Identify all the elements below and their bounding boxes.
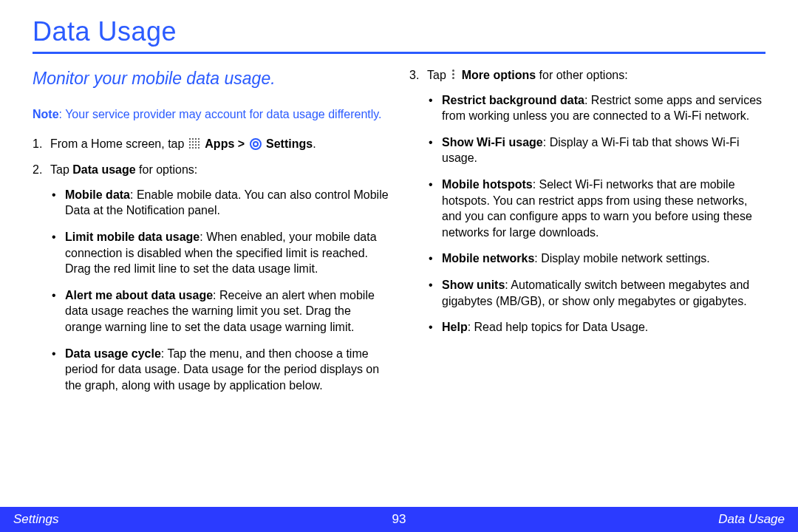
list-item: Data usage cycle: Tap the menu, and then… — [50, 346, 389, 394]
list-item: Show units: Automatically switch between… — [427, 277, 765, 309]
bullet-bold: Show units — [442, 279, 505, 291]
step-3-pre: Tap — [427, 69, 449, 81]
content-columns: Monitor your mobile data usage. Note: Yo… — [33, 67, 765, 403]
step-3: 3. Tap More options for other options: R… — [409, 67, 765, 335]
footer: Settings 93 Data Usage — [0, 507, 798, 532]
page: Data Usage Monitor your mobile data usag… — [0, 0, 798, 532]
step-2-pre: Tap — [50, 163, 72, 176]
apps-icon — [189, 138, 200, 149]
step-3-bold: More options — [462, 69, 536, 81]
title-divider — [33, 52, 765, 54]
note-text: : Your service provider may account for … — [59, 108, 382, 120]
step-2: 2. Tap Data usage for options: Mobile da… — [33, 162, 389, 393]
list-item: Mobile hotspots: Select Wi-Fi networks t… — [427, 177, 765, 240]
list-item: Mobile data: Enable mobile data. You can… — [50, 187, 389, 219]
footer-left: Settings — [13, 512, 58, 527]
column-right: 3. Tap More options for other options: R… — [409, 67, 765, 403]
steps-left: 1. From a Home screen, tap Apps > Settin… — [33, 136, 389, 394]
step-2-bold: Data usage — [72, 163, 135, 176]
footer-page-number: 93 — [392, 512, 406, 527]
step-3-bullets: Restrict background data: Restrict some … — [427, 92, 765, 335]
step-1: 1. From a Home screen, tap Apps > Settin… — [33, 136, 389, 152]
steps-right: 3. Tap More options for other options: R… — [409, 67, 765, 335]
step-1-post: . — [313, 137, 316, 150]
more-options-icon — [451, 69, 457, 81]
bullet-bold: Limit mobile data usage — [65, 231, 200, 243]
step-2-post: for options: — [136, 163, 198, 176]
bullet-bold: Help — [442, 321, 468, 333]
step-2-number: 2. — [33, 162, 42, 178]
settings-icon — [250, 138, 262, 150]
footer-right: Data Usage — [718, 512, 785, 527]
list-item: Alert me about data usage: Receive an al… — [50, 287, 389, 335]
bullet-bold: Restrict background data — [442, 94, 584, 106]
step-1-settings: Settings — [266, 137, 313, 150]
bullet-bold: Mobile data — [65, 188, 130, 201]
step-1-number: 1. — [33, 136, 42, 152]
step-2-bullets: Mobile data: Enable mobile data. You can… — [50, 187, 389, 394]
page-title: Data Usage — [33, 16, 765, 47]
bullet-text: : Display mobile network settings. — [534, 252, 709, 265]
step-1-pre: From a Home screen, tap — [50, 137, 188, 150]
bullet-bold: Show Wi-Fi usage — [442, 136, 543, 149]
bullet-bold: Mobile networks — [442, 252, 534, 265]
step-1-gt: > — [238, 137, 248, 150]
step-3-post: for other options: — [536, 69, 628, 81]
bullet-bold: Alert me about data usage — [65, 289, 213, 301]
step-3-number: 3. — [409, 67, 419, 83]
list-item: Limit mobile data usage: When enabled, y… — [50, 229, 389, 277]
note: Note: Your service provider may account … — [33, 106, 389, 123]
list-item: Show Wi-Fi usage: Display a Wi-Fi tab th… — [427, 134, 765, 166]
step-1-apps: Apps — [205, 137, 234, 150]
bullet-bold: Data usage cycle — [65, 347, 161, 360]
column-left: Monitor your mobile data usage. Note: Yo… — [33, 67, 389, 403]
note-label: Note — [33, 108, 59, 120]
list-item: Mobile networks: Display mobile network … — [427, 250, 765, 267]
list-item: Restrict background data: Restrict some … — [427, 92, 765, 124]
subtitle: Monitor your mobile data usage. — [33, 67, 389, 90]
bullet-bold: Mobile hotspots — [442, 178, 533, 191]
bullet-text: : Read help topics for Data Usage. — [468, 321, 649, 333]
list-item: Help: Read help topics for Data Usage. — [427, 319, 765, 335]
